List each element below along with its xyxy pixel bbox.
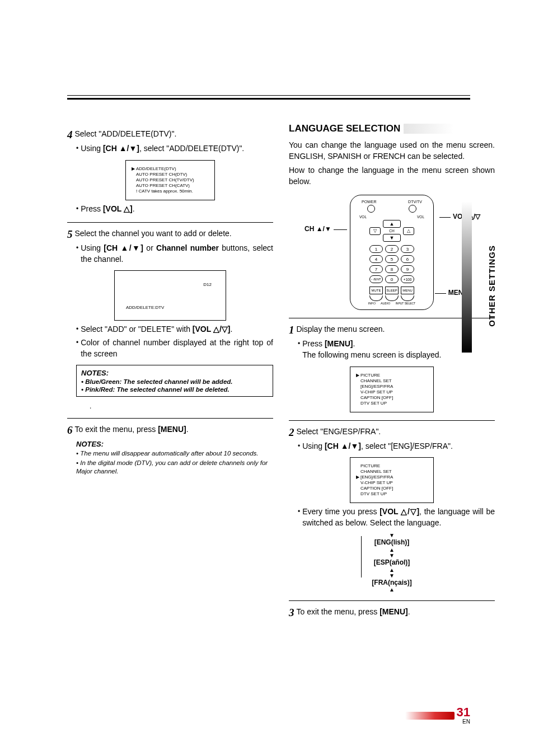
step-1-bullet: Press [MENU]. The following menu screen … — [302, 339, 441, 360]
menu-button: MENU — [401, 287, 414, 294]
dtv-tv-button-icon — [409, 205, 416, 213]
ch-down-icon: ▼ — [383, 234, 401, 242]
language-cycle: ▼ [ENG(lish)] ▲▼ [ESP(añol)] ▲▼ [FRA(nça… — [350, 533, 434, 593]
step-6-text: To exit the menu, press [MENU]. — [75, 424, 189, 435]
bullet-dot: • — [298, 508, 300, 515]
step-number-1: 1 — [289, 324, 294, 336]
notes-plain-2: • In the digital mode (DTV), you can add… — [76, 459, 273, 476]
left-column: 4 Select "ADD/DELETE(DTV)". • Using [CH … — [67, 123, 273, 619]
stray-dot: . — [90, 402, 273, 410]
step-number-2: 2 — [289, 426, 294, 439]
notes-line-2: • Pink/Red: The selected channel will be… — [81, 386, 268, 393]
step-4-text: Select "ADD/DELETE(DTV)". — [75, 129, 177, 139]
arrow-up-icon: ▲ — [350, 587, 434, 593]
intro-para-1: You can change the language used on the … — [289, 140, 495, 162]
power-button-icon — [367, 205, 375, 213]
step-2-text: Select "ENG/ESP/FRA". — [297, 426, 381, 437]
audio-arc — [385, 295, 399, 301]
footer-accent — [405, 712, 455, 720]
sleep-button: SLEEP — [385, 287, 399, 294]
step-5: 5 Select the channel you want to add or … — [67, 228, 273, 241]
notes-header: NOTES: — [81, 369, 268, 377]
section-heading: LANGUAGE SELECTION — [289, 123, 495, 134]
step-1-text: Display the menu screen. — [297, 324, 385, 335]
step-4-bullet: Using [CH ▲/▼], select "ADD/DELETE(DTV)"… — [81, 143, 244, 154]
num-2: 2 — [385, 245, 399, 253]
arrow-down-icon: ▼ — [350, 533, 434, 538]
input-arc — [401, 295, 414, 301]
num-3: 3 — [401, 245, 414, 253]
num-8: 8 — [385, 265, 399, 273]
intro-para-2: How to change the language in the menu s… — [289, 165, 495, 187]
step-6: 6 To exit the menu, press [MENU]. — [67, 424, 273, 436]
num-5: 5 — [385, 255, 399, 263]
step-2-bullet: Using [CH ▲/▼], select "[ENG]/ESP/FRA". — [302, 441, 453, 452]
remote-diagram: CH ▲/▼ VOL △/▽ MENU POWERDTV/TV VOLVOL ▽… — [336, 195, 448, 310]
right-column: LANGUAGE SELECTION You can change the la… — [289, 123, 495, 619]
notes-box: NOTES: • Blue/Green: The selected channe… — [76, 365, 273, 397]
step-4: 4 Select "ADD/DELETE(DTV)". — [67, 129, 273, 141]
ch-up-icon: ▲ — [383, 220, 401, 228]
bullet-dot: • — [76, 205, 78, 213]
bullet-dot: • — [298, 340, 300, 348]
mute-button: MUTE — [369, 287, 383, 294]
step-number-3: 3 — [289, 607, 294, 619]
step-5-bullet-1: Using [CH ▲/▼] or Channel number buttons… — [81, 243, 273, 265]
num-ent: - /ENT — [369, 275, 383, 283]
bullet-dot: • — [76, 339, 78, 346]
menu-box-1: ▶PICTURE CHANNEL SET [ENG]/ESP/FRA V-CHI… — [350, 367, 434, 412]
step-4-press: Press [VOL △]. — [81, 204, 134, 215]
bullet-dot: • — [76, 144, 78, 152]
cycle-eng: [ENG(lish)] — [350, 538, 434, 547]
info-arc — [369, 295, 383, 301]
num-6: 6 — [401, 255, 414, 263]
arrow-updown-icon: ▲▼ — [350, 547, 434, 558]
bullet-dot: • — [76, 244, 78, 252]
channel-ad: ADD/DELETE:DTV — [126, 305, 164, 310]
menu-box-add-delete: ▶ADD/DELETE(DTV) AUTO PRESET CH(DTV) AUT… — [125, 160, 215, 200]
step-2: 2 Select "ENG/ESP/FRA". — [289, 426, 495, 439]
step-5-bullet-3: Color of channel number displayed at the… — [81, 337, 273, 359]
step-5-bullet-2: Select "ADD" or "DELETE" with [VOL △/▽]. — [81, 324, 232, 335]
channel-box: D12 ADD/DELETE:DTV — [114, 270, 226, 321]
page-number: 31 — [457, 705, 470, 719]
step-number-5: 5 — [67, 228, 73, 241]
num-100: +100 — [401, 275, 414, 283]
section-heading-text: LANGUAGE SELECTION — [289, 123, 404, 134]
side-tab-text: OTHER SETTINGS — [487, 245, 496, 327]
num-0: 0 — [385, 275, 399, 283]
top-rule — [67, 95, 470, 100]
side-tab — [462, 201, 472, 353]
callout-vol: VOL △/▽ — [439, 213, 480, 220]
step-2-every: Every time you press [VOL △/▽], the lang… — [302, 506, 495, 528]
cycle-fra: [FRA(nçais)] — [350, 579, 434, 588]
bullet-dot: • — [298, 442, 300, 450]
vol-up-icon: △ — [403, 227, 414, 235]
callout-ch: CH ▲/▼ — [305, 225, 347, 233]
step-5-text: Select the channel you want to add or de… — [75, 228, 232, 239]
num-7: 7 — [369, 265, 383, 273]
num-1: 1 — [369, 245, 383, 253]
step-3: 3 To exit the menu, press [MENU]. — [289, 607, 495, 619]
num-4: 4 — [369, 255, 383, 263]
bullet-dot: • — [76, 325, 78, 333]
page-footer: 31 EN — [405, 705, 470, 725]
channel-d12: D12 — [203, 282, 212, 287]
notes-plain-header: NOTES: — [76, 440, 273, 448]
step-number-6: 6 — [67, 424, 73, 436]
page: 4 Select "ADD/DELETE(DTV)". • Using [CH … — [0, 0, 534, 756]
step-number-4: 4 — [67, 129, 73, 141]
num-9: 9 — [401, 265, 414, 273]
vol-down-icon: ▽ — [369, 227, 381, 235]
notes-plain-1: • The menu will disappear automatically … — [76, 449, 273, 458]
notes-plain: NOTES: • The menu will disappear automat… — [76, 440, 273, 476]
menu-box-2: PICTURE CHANNEL SET ▶[ENG]/ESP/FRA V-CHI… — [350, 457, 434, 503]
step-3-text: To exit the menu, press [MENU]. — [297, 607, 410, 617]
arrow-updown-icon: ▲▼ — [350, 567, 434, 579]
cycle-esp: [ESP(añol)] — [350, 558, 434, 567]
remote-outline: POWERDTV/TV VOLVOL ▽ ▲ CH ▼ △ 1 — [350, 195, 434, 310]
notes-line-1: • Blue/Green: The selected channel will … — [81, 378, 268, 385]
